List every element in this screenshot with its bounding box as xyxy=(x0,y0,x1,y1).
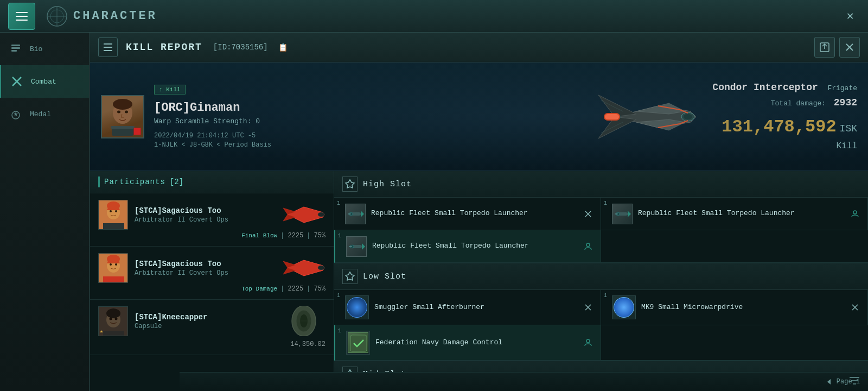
sidebar: Bio Combat Medal xyxy=(0,33,90,391)
damage-control-icon xyxy=(346,331,370,355)
participant-item[interactable]: [STCA]Sagacious Too Arbitrator II Covert… xyxy=(90,247,334,300)
sidebar-medal-label: Medal xyxy=(30,110,51,118)
svg-rect-57 xyxy=(348,213,351,215)
svg-point-21 xyxy=(125,110,128,113)
low-slot-grid: 1 Smuggler Small Afterburner xyxy=(334,290,868,361)
slot-item-highlighted: 1 Federation Navy Damage Control xyxy=(334,325,601,361)
svg-rect-49 xyxy=(103,331,124,336)
participant-avatar xyxy=(98,200,128,230)
microwarpdrive-icon xyxy=(612,295,636,319)
slot-item: 1 Smuggler Small Afterburner xyxy=(334,290,601,325)
nav-logo-icon xyxy=(46,5,68,27)
participant-percent-2: 75% xyxy=(314,285,326,293)
enemy-badge xyxy=(133,128,141,135)
svg-point-32 xyxy=(107,201,120,210)
participant-ship-image xyxy=(282,309,326,333)
copy-icon[interactable]: 📋 xyxy=(278,43,288,52)
banner-background xyxy=(90,62,868,171)
slot-item-highlighted: 1 Republic Fleet Small Torpedo Launcher xyxy=(334,230,601,263)
top-close-button[interactable]: ✕ xyxy=(840,7,860,26)
participant-ship: Capsule xyxy=(135,323,276,330)
slot-person-button[interactable] xyxy=(582,241,594,253)
participants-panel: Participants [2] xyxy=(90,171,334,391)
svg-marker-76 xyxy=(827,379,831,384)
participant-item[interactable]: ★ [STCA]Kneecapper Capsule xyxy=(90,300,334,355)
hamburger-icon xyxy=(16,12,28,21)
svg-point-64 xyxy=(853,211,857,214)
participant-item[interactable]: [STCA]Sagacious Too Arbitrator II Covert… xyxy=(90,193,334,247)
participant-ship: Arbitrator II Covert Ops xyxy=(135,269,276,277)
svg-point-46 xyxy=(106,308,120,318)
panel-footer: Page 1 xyxy=(180,372,868,391)
svg-rect-12 xyxy=(104,47,112,48)
modal-menu-button[interactable] xyxy=(98,37,118,57)
slot-close-button[interactable] xyxy=(582,208,594,220)
sidebar-combat-label: Combat xyxy=(31,78,56,86)
slot-empty xyxy=(601,325,868,361)
participant-info: [STCA]Sagacious Too Arbitrator II Covert… xyxy=(135,260,276,277)
modal-id: [ID:7035156] xyxy=(213,43,268,52)
low-slot-header: Low Slot xyxy=(334,263,868,290)
slot-empty xyxy=(601,230,868,263)
svg-rect-23 xyxy=(111,126,135,129)
export-button[interactable] xyxy=(814,37,835,58)
top-damage-badge: Top Damage xyxy=(241,286,277,292)
slot-item: 1 Republic Fleet Small Torpedo Launcher xyxy=(601,198,868,230)
participant-name: [STCA]Kneecapper xyxy=(135,313,276,321)
arbitrator-ship-icon xyxy=(282,203,326,227)
kill-report-modal: KILL REPORT [ID:7035156] 📋 xyxy=(90,33,868,391)
torpedo-launcher-icon xyxy=(345,204,366,224)
participant-avatar: ★ xyxy=(98,306,128,336)
svg-point-43 xyxy=(318,266,324,270)
svg-point-27 xyxy=(684,114,692,119)
filter-button[interactable] xyxy=(849,376,860,388)
ship-visualization xyxy=(560,73,712,160)
participant-info: [STCA]Kneecapper Capsule xyxy=(135,313,276,330)
kill-banner: ↑ Kill [ORC]Ginaman Warp Scramble Streng… xyxy=(90,62,868,171)
hamburger-menu-button[interactable] xyxy=(8,3,35,30)
svg-point-20 xyxy=(117,110,120,113)
afterburner-icon xyxy=(345,295,369,319)
svg-point-40 xyxy=(110,263,112,266)
slot-close-button[interactable] xyxy=(582,301,594,313)
modal-action-buttons xyxy=(814,37,860,58)
participant-info: [STCA]Sagacious Too Arbitrator II Covert… xyxy=(135,206,276,224)
svg-marker-55 xyxy=(361,211,364,217)
participant-avatar xyxy=(98,253,128,283)
svg-rect-63 xyxy=(615,213,618,215)
svg-point-36 xyxy=(318,212,324,217)
high-slot-item-name: Republic Fleet Small Torpedo Launcher xyxy=(372,242,577,251)
participant-row: [STCA]Sagacious Too Arbitrator II Covert… xyxy=(98,200,326,230)
page-left-icon[interactable] xyxy=(826,379,832,385)
low-slot-section: Low Slot 1 Smuggler Small Afterburner xyxy=(334,263,868,361)
combat-icon xyxy=(9,74,24,89)
top-navigation-bar: CHARACTER ✕ xyxy=(0,0,868,33)
participant-damage-1: 2225 xyxy=(288,232,303,239)
svg-point-19 xyxy=(113,99,132,110)
participants-title: Participants xyxy=(104,178,165,186)
participant-row: ★ [STCA]Kneecapper Capsule xyxy=(98,306,326,336)
high-slot-grid: 1 Republic Fleet Small Torpedo Launcher xyxy=(334,198,868,263)
svg-marker-61 xyxy=(628,211,631,217)
slot-close-button[interactable] xyxy=(849,301,861,313)
participants-count: [2] xyxy=(170,178,183,186)
slot-person-button[interactable] xyxy=(582,337,594,349)
sidebar-item-bio[interactable]: Bio xyxy=(0,33,89,65)
high-slot-item-name: Republic Fleet Small Torpedo Launcher xyxy=(371,209,577,218)
sidebar-item-combat[interactable]: Combat xyxy=(0,65,89,98)
svg-point-75 xyxy=(586,339,590,343)
svg-rect-6 xyxy=(11,50,17,52)
low-slot-icon xyxy=(342,269,358,284)
participant-name: [STCA]Sagacious Too xyxy=(135,206,276,215)
sidebar-item-medal[interactable]: Medal xyxy=(0,98,89,130)
slot-person-button[interactable] xyxy=(849,208,861,220)
arbitrator-ship-icon-2 xyxy=(282,256,326,280)
svg-point-48 xyxy=(115,318,118,320)
svg-rect-5 xyxy=(11,47,20,49)
section-bar-accent xyxy=(98,176,100,187)
close-modal-button[interactable] xyxy=(839,37,860,58)
low-slot-item-name: Federation Navy Damage Control xyxy=(375,338,577,348)
svg-rect-13 xyxy=(104,50,112,51)
torpedo-launcher-icon xyxy=(346,236,367,257)
high-slot-section: High Slot 1 xyxy=(334,171,868,263)
